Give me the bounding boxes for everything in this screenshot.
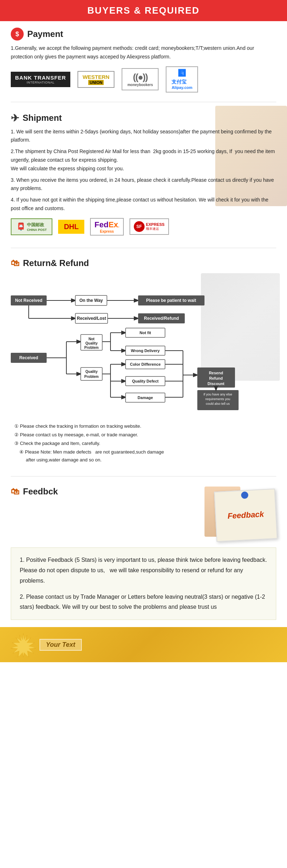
svg-text:Resend: Resend [209,371,223,375]
note-1: ① Please check the tracking in formation… [14,422,276,430]
china-post-logo: 📮 中国邮政 CHINA POST [11,218,52,235]
feedback-content: 1. Positive Feedback (5 Stars) is very i… [11,547,276,620]
payment-title: $ Payment [11,28,276,41]
refund-title: 🛍 Return& Refund [11,258,276,268]
payment-heading: Payment [27,29,63,39]
feedback-title: 🛍 Feedbck [11,487,58,497]
feedback-heading: Feedbck [23,487,58,497]
feedback-image: Feedback [204,487,276,544]
footer-text-box: Your Text [39,639,82,651]
svg-text:Problem: Problem [84,375,99,379]
payment-section: $ Payment 1.Generally, we accept the fol… [0,21,287,98]
note-2: ② Please contact us by meesage, e-mail, … [14,431,276,439]
refund-heading: Return& Refund [23,258,89,268]
svg-text:Color Difference: Color Difference [130,362,161,366]
refund-section: 🛍 Return& Refund [0,252,287,473]
gold-star-footer: Your Text [0,627,287,662]
shipment-para-4: 4. If you have not got it within the shi… [11,196,276,213]
shipment-title: ✈ Shipment [11,112,276,124]
payment-logos: BANK TRANSFER INTERNATIONAL WESTERN UNIO… [11,66,276,93]
svg-text:Not Received: Not Received [15,298,42,303]
feedback-notebook-text: Feedback [227,510,264,521]
page-header: BUYERS & REQUIRED [0,0,287,21]
svg-text:requirements you: requirements you [205,397,230,401]
moneybookers-logo: ((●)) moneybookers [122,68,159,90]
svg-text:Received/Lost: Received/Lost [77,316,106,321]
plane-icon: ✈ [11,112,19,124]
sf-express-logo: SF EXPRESS 顺丰速运 [130,218,169,235]
feedback-header: 🛍 Feedbck Feedback [11,487,276,544]
western-union-logo: WESTERN UNION [77,71,114,88]
feedback-para-2: 2. Please contact us by Trade Manager or… [20,592,267,613]
feedback-notebook: Feedback [214,489,277,542]
svg-text:If you have any else: If you have any else [203,393,232,396]
refund-flowchart: Not Received On the Way Please be patien… [11,275,276,415]
shipment-para-1: 1. We will sent the items within 2-5days… [11,128,276,145]
fedex-logo: FedEx. Express [90,218,123,236]
bank-transfer-logo: BANK TRANSFER INTERNATIONAL [11,72,70,87]
divider-2 [11,248,276,248]
svg-text:Not fit: Not fit [140,331,151,335]
footer-text: Your Text [46,641,75,648]
shipment-content: ✈ Shipment 1. We will sent the items wit… [11,112,276,236]
svg-text:Received/Refund: Received/Refund [144,316,179,321]
shipment-heading: Shipment [23,113,62,123]
bank-transfer-sublabel: INTERNATIONAL [27,81,55,84]
divider-3 [11,476,276,476]
svg-text:Discount: Discount [207,381,224,386]
svg-text:Please be patient to wait: Please be patient to wait [146,298,196,303]
feedback-para-1: 1. Positive Feedback (5 Stars) is very i… [20,555,267,586]
svg-marker-64 [12,635,35,656]
svg-text:Problem: Problem [84,346,99,350]
star-burst-svg [11,632,36,657]
alipay-logo: 🅰 支付宝 Alipay.com [166,66,198,93]
star-burst [11,632,36,657]
svg-text:Received: Received [19,355,38,360]
note-3: ③ Check the package and Item, carefully. [14,440,276,447]
svg-text:Quality: Quality [85,341,98,345]
svg-text:Wrong Delivery: Wrong Delivery [131,348,160,353]
feedback-section: 🛍 Feedbck Feedback 1. Positive Feedback … [0,480,287,627]
page-title: BUYERS & REQUIRED [88,5,200,16]
shipment-para-2: 2.The shipment by China Post Registered … [11,147,276,173]
svg-text:On the Way: On the Way [79,298,103,303]
svg-text:Quality: Quality [85,370,98,374]
dollar-icon: $ [11,28,24,41]
svg-text:Refund: Refund [209,376,223,380]
feedback-icon: 🛍 [11,487,19,497]
courier-logos: 📮 中国邮政 CHINA POST DHL FedEx. Express SF [11,218,276,236]
bank-transfer-label: BANK TRANSFER [15,75,66,81]
svg-text:Not: Not [89,337,95,341]
flowchart-svg: Not Received On the Way Please be patien… [11,275,276,415]
svg-text:could also tell us: could also tell us [206,402,230,405]
shipment-para-3: 3. When you receive the items you ordere… [11,176,276,193]
svg-text:Damage: Damage [138,395,153,400]
refund-notes: ① Please check the tracking in formation… [11,422,276,464]
note-4: ④ Please Note: Men made defects are not … [14,448,276,464]
divider-1 [11,102,276,102]
payment-description: 1.Generally, we accept the following pay… [11,44,276,61]
feedback-pin [241,492,249,499]
svg-text:Quality Defect: Quality Defect [132,379,159,383]
shipment-section: ✈ Shipment 1. We will sent the items wit… [0,106,287,244]
dhl-logo: DHL [58,220,84,234]
bag-icon: 🛍 [11,258,19,268]
